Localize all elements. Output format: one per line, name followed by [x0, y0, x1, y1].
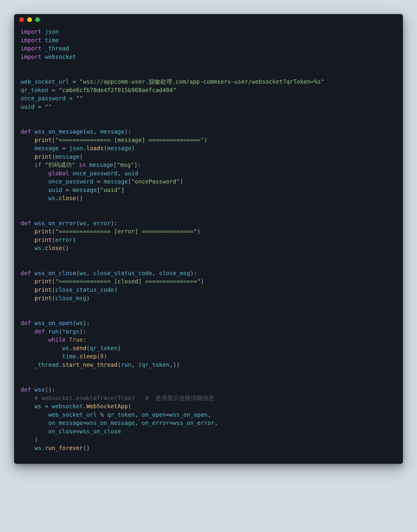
var-uuid: uuid: [125, 170, 138, 177]
kw-import: import: [21, 37, 42, 44]
mod-time: time: [62, 353, 76, 360]
kw-def: def: [34, 328, 45, 335]
kw-def: def: [21, 270, 31, 277]
call-send: send: [73, 345, 86, 351]
var-ws: ws: [34, 245, 42, 251]
call-print: print: [34, 236, 52, 243]
fn-wss: wss: [34, 386, 45, 393]
str-qr-token: "ca6e6cfb70de4f2f915b968aefcad404": [59, 87, 176, 93]
arg-message: message: [104, 178, 128, 185]
kw-def: def: [21, 128, 31, 135]
arg-run: run: [121, 361, 131, 368]
arg-close-msg: close_msg: [55, 295, 86, 302]
arg-close-status-code: close_status_code: [55, 286, 114, 293]
var-message: message: [34, 145, 59, 152]
var-ws: ws: [62, 345, 69, 351]
param-close-msg: close_msg: [159, 270, 190, 277]
call-print: print: [34, 278, 52, 285]
var-qr-token: qr_token: [21, 87, 48, 93]
kw-def: def: [21, 220, 31, 227]
arg-message: message: [107, 145, 131, 152]
arg-qr-token: qr_token: [107, 411, 135, 418]
var-uuid: uuid: [21, 103, 34, 110]
call-sleep: sleep: [80, 353, 97, 360]
mod-websocket: websocket: [45, 53, 76, 60]
mod-websocket: websocket: [52, 403, 83, 410]
arg-message: message: [55, 153, 80, 160]
var-uuid: uuid: [48, 187, 62, 193]
fn-wss-on-close: wss_on_close: [34, 270, 76, 277]
param-ws: ws: [80, 270, 86, 277]
val-wss-on-message: wss_on_message: [86, 420, 135, 426]
op-percent: %: [100, 411, 104, 418]
str-uuid-key: "uuid": [100, 187, 121, 193]
call-start-new-thread: start_new_thread: [62, 361, 117, 368]
kw-import: import: [21, 28, 42, 35]
var-once-password: once_password: [73, 170, 117, 177]
call-websocketapp: WebSocketApp: [86, 403, 128, 410]
val-wss-on-open: wss_on_open: [169, 411, 207, 418]
str-websocket-url: "wss://appcomm-user.脱敏处理.com/app-commser…: [80, 78, 324, 85]
var-once-password: once_password: [21, 95, 66, 102]
var-ws: ws: [34, 445, 42, 451]
call-loads: loads: [86, 145, 104, 152]
minimize-icon[interactable]: [27, 17, 32, 22]
call-run-forever: run_forever: [45, 445, 83, 451]
fn-run: run: [48, 328, 59, 335]
val-wss-on-error: wss_on_error: [173, 420, 214, 426]
str-msg-key: "msg": [117, 161, 134, 168]
param-ws: ws: [86, 128, 93, 135]
code-block: import json import time import _thread i…: [14, 25, 403, 464]
str-scan-success: "扫码成功": [45, 161, 75, 168]
arg-qr-token: qr_token: [142, 361, 169, 368]
arg-web-socket-url: web_socket_url: [48, 411, 97, 418]
call-print: print: [34, 137, 52, 143]
kw-def: def: [21, 386, 31, 393]
kw-while: while: [48, 336, 66, 343]
const-true: True: [69, 336, 83, 343]
str-closed-banner: "=============== [closed] ==============…: [55, 278, 201, 285]
call-print: print: [34, 228, 52, 235]
zoom-icon[interactable]: [35, 17, 40, 22]
param-message: message: [100, 128, 124, 135]
call-print: print: [34, 295, 52, 302]
kw-in: in: [79, 161, 86, 168]
kw-on-message: on_message: [48, 420, 83, 426]
kw-if: if: [34, 161, 42, 168]
arg-message: message: [73, 187, 97, 193]
param-error: error: [93, 220, 111, 227]
mod-json: json: [45, 28, 59, 35]
val-wss-on-close: wss_on_close: [80, 428, 121, 435]
param-ws: ws: [80, 220, 86, 227]
num-8: 8: [100, 353, 104, 360]
var-ws: ws: [48, 195, 55, 201]
close-icon[interactable]: [19, 17, 24, 22]
call-close: close: [59, 195, 76, 201]
str-empty: "": [45, 103, 52, 110]
str-empty: "": [76, 95, 83, 102]
window-titlebar: [14, 14, 403, 25]
mod-time: time: [45, 37, 59, 44]
arg-message: message: [89, 161, 113, 168]
kw-on-error: on_error: [142, 420, 169, 426]
param-ws: ws: [76, 320, 83, 326]
arg-qr-token: qr_token: [90, 345, 117, 351]
fn-wss-on-message: wss_on_message: [34, 128, 83, 135]
var-once-password: once_password: [48, 178, 93, 185]
arg-error: error: [55, 236, 73, 243]
kw-import: import: [21, 53, 42, 60]
kw-import: import: [21, 45, 42, 52]
mod-json: json: [69, 145, 83, 152]
mod-thread: _thread: [45, 45, 69, 52]
comment-enabletrace: # websocket.enableTrace(True) # 是否显示连接详细…: [34, 395, 214, 402]
var-websocket-url: web_socket_url: [21, 78, 69, 85]
fn-wss-on-open: wss_on_open: [34, 320, 73, 326]
param-close-status-code: close_status_code: [93, 270, 152, 277]
kw-on-close: on_close: [48, 428, 76, 435]
mod-thread: _thread: [34, 361, 59, 368]
str-error-banner: "=============== [error] ===============…: [55, 228, 197, 235]
kw-on-open: on_open: [142, 411, 166, 418]
call-print: print: [34, 286, 52, 293]
call-close: close: [45, 245, 62, 251]
var-ws: ws: [34, 403, 42, 410]
